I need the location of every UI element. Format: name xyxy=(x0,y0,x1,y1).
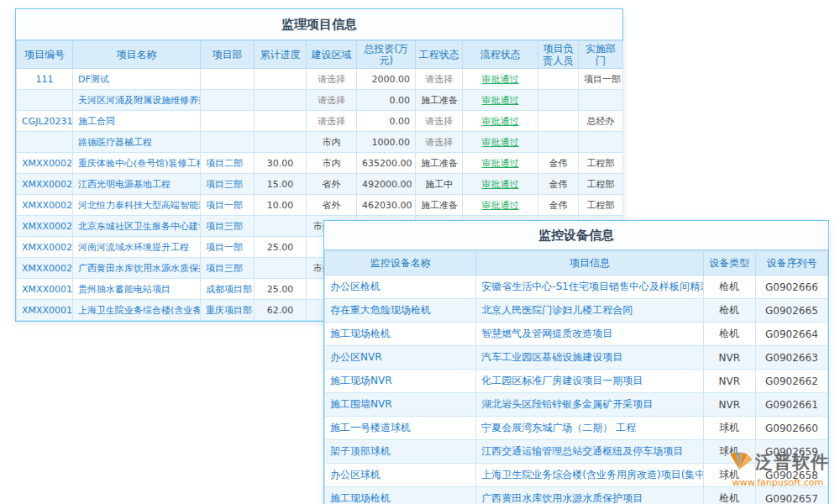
header-row: 监控设备名称项目信息设备类型设备序列号 xyxy=(325,251,828,276)
cell-link[interactable]: 路德医疗器械工程 xyxy=(73,132,201,153)
table-cell: G0902663 xyxy=(755,346,827,370)
cell-link[interactable]: 河北恒力泰科技大型高端智能装备... xyxy=(73,195,201,216)
table-cell: 施工准备 xyxy=(416,153,463,174)
table-cell: G0902657 xyxy=(755,487,827,504)
cell-link[interactable]: 项目三部 xyxy=(201,258,255,279)
table-row: 施工现场枪机广西黄田水库饮用水源水质保护项目枪机G0902657 xyxy=(325,487,828,504)
cell-link[interactable]: CGJL202311... xyxy=(17,111,73,132)
cell-link[interactable]: 审批通过 xyxy=(463,174,538,195)
cell-link[interactable]: 存在重大危险现场枪机 xyxy=(325,299,476,323)
cell-link[interactable]: 办公区NVR xyxy=(325,346,476,370)
table-cell xyxy=(255,258,307,279)
cell-link[interactable]: 北京东城社区卫生服务中心建设项... xyxy=(73,216,201,237)
table-cell: 金伟 xyxy=(538,195,579,216)
cell-link[interactable]: XMXX00025 xyxy=(17,153,73,174)
cell-link[interactable]: 重庆项目部 xyxy=(201,300,255,321)
cell-link[interactable]: 施工一号楼道球机 xyxy=(325,417,476,440)
table-cell: 总经办 xyxy=(579,111,623,132)
cell-link[interactable]: 施工合同 xyxy=(73,111,201,132)
column-header: 项目负责人员 xyxy=(538,41,579,69)
table-cell xyxy=(538,69,579,90)
cell-link[interactable]: 智慧燃气及管网提质改造项目 xyxy=(476,323,703,346)
table-cell: 金伟 xyxy=(538,153,579,174)
cell-link[interactable]: 安徽省生活中心-S1住宅项目销售中心及样板间精装修... xyxy=(476,276,703,299)
cell-link[interactable]: 宁夏会展湾东城广场（二期） 工程 xyxy=(476,417,703,440)
cell-link[interactable]: 审批通过 xyxy=(463,132,538,153)
table-row: XMXX00023河北恒力泰科技大型高端智能装备...项目一部10.00省外46… xyxy=(17,195,623,216)
cell-link[interactable]: DF测试 xyxy=(73,69,201,90)
cell-link[interactable]: XMXX00023 xyxy=(17,195,73,216)
table-cell: 金伟 xyxy=(538,174,579,195)
table-row: 施工一号楼道球机宁夏会展湾东城广场（二期） 工程球机G0902660 xyxy=(325,417,828,440)
cell-link[interactable]: 贵州抽水蓄能电站项目 xyxy=(73,279,201,300)
cell-link[interactable]: 重庆体验中心(叁号馆)装修工程 xyxy=(73,153,201,174)
table-row: XMXX00024江西光明电源基地工程项目三部15.00省外492000.00施… xyxy=(17,174,623,195)
cell-link[interactable]: XMXX00020 xyxy=(17,258,73,279)
cell-link[interactable]: 项目二部 xyxy=(201,153,255,174)
column-header: 建设区域 xyxy=(307,41,357,69)
cell-link[interactable]: 项目一部 xyxy=(201,237,255,258)
cell-link[interactable]: XMXX00024 xyxy=(17,174,73,195)
cell-link[interactable]: 办公区球机 xyxy=(325,464,476,487)
cell-link[interactable]: 施工现场枪机 xyxy=(325,487,476,504)
cell-link[interactable]: 化工园区标准厂房建设项目一期项目 xyxy=(476,370,703,393)
cell-link[interactable]: 江西光明电源基地工程 xyxy=(73,174,201,195)
table-cell xyxy=(255,111,307,132)
table-cell: 635200.00 xyxy=(357,153,416,174)
cell-link[interactable]: 审批通过 xyxy=(463,195,538,216)
cell-link[interactable]: 上海卫生院业务综合楼(含业务用... xyxy=(73,300,201,321)
cell-link[interactable]: 湖北岩头区段铅锌银多金属矿开采项目 xyxy=(476,393,703,417)
table-cell: G0902660 xyxy=(755,417,827,440)
cell-link[interactable]: 汽车工业园区基础设施建设项目 xyxy=(476,346,703,370)
cell-link[interactable]: XMXX00022 xyxy=(17,216,73,237)
cell-link[interactable]: XMXX00019 xyxy=(17,279,73,300)
cell-link[interactable]: 办公区枪机 xyxy=(325,276,476,299)
table-cell: 请选择 xyxy=(416,132,463,153)
table-cell: 30.00 xyxy=(255,153,307,174)
table-row: 存在重大危险现场枪机北京人民医院门诊妇儿楼工程合同枪机G0902665 xyxy=(325,299,828,323)
cell-link[interactable]: 审批通过 xyxy=(463,69,538,90)
cell-link[interactable]: XMXX00021 xyxy=(17,237,73,258)
cell-link[interactable]: 成都项目部 xyxy=(201,279,255,300)
table-cell: 62.00 xyxy=(255,300,307,321)
fan-logo-icon xyxy=(727,449,752,475)
cell-link[interactable]: 架子顶部球机 xyxy=(325,440,476,464)
cell-link[interactable]: 天河区河涌及附属设施维修养护和... xyxy=(73,90,201,111)
cell-link[interactable]: 111 xyxy=(17,69,73,90)
table-cell xyxy=(255,216,307,237)
column-header: 总投资(万元) xyxy=(357,41,416,69)
table-cell: 请选择 xyxy=(307,90,357,111)
cell-link[interactable]: 施工围墙NVR xyxy=(325,393,476,417)
cell-link[interactable]: XMXX00018 xyxy=(17,300,73,321)
table-cell: 25.00 xyxy=(255,279,307,300)
cell-link[interactable]: 审批通过 xyxy=(463,90,538,111)
table-cell: NVR xyxy=(703,370,755,393)
cell-link[interactable]: 审批通过 xyxy=(463,111,538,132)
table-cell: 工程部 xyxy=(579,153,623,174)
table-cell xyxy=(201,69,255,90)
cell-link[interactable]: 项目三部 xyxy=(201,174,255,195)
cell-link[interactable]: 项目一部 xyxy=(201,195,255,216)
cell-link[interactable]: 施工现场枪机 xyxy=(325,323,476,346)
cell-link[interactable]: 广西黄田水库饮用水源水质保护项目 xyxy=(73,258,201,279)
cell-link[interactable]: 上海卫生院业务综合楼(含业务用房改造)项目(集中隔离... xyxy=(476,464,703,487)
cell-link[interactable]: 北京人民医院门诊妇儿楼工程合同 xyxy=(476,299,703,323)
table-row: 天河区河涌及附属设施维修养护和...请选择0.00施工准备审批通过 xyxy=(17,90,623,111)
table-cell: 15.00 xyxy=(255,174,307,195)
table-cell: 施工中 xyxy=(416,174,463,195)
cell-link[interactable]: 河南河流域水环境提升工程 xyxy=(73,237,201,258)
table-cell: G0902666 xyxy=(755,276,827,299)
watermark-brand: 泛普软件 xyxy=(755,450,829,474)
cell-link[interactable]: 施工现场NVR xyxy=(325,370,476,393)
cell-link[interactable]: 江西交通运输管理总站交通枢纽及停车场项目 xyxy=(476,440,703,464)
table-row: 路德医疗器械工程市内1000.00请选择审批通过 xyxy=(17,132,623,153)
table-cell: 省外 xyxy=(307,174,357,195)
header-row: 项目编号项目名称项目部累计进度建设区域总投资(万元)工程状态流程状态项目负责人员… xyxy=(17,41,623,69)
table-cell xyxy=(255,90,307,111)
table-cell xyxy=(201,90,255,111)
cell-link[interactable]: 审批通过 xyxy=(463,153,538,174)
cell-link[interactable]: 项目三部 xyxy=(201,216,255,237)
cell-link[interactable]: 广西黄田水库饮用水源水质保护项目 xyxy=(476,487,703,504)
column-header: 累计进度 xyxy=(255,41,307,69)
table-row: XMXX00025重庆体验中心(叁号馆)装修工程项目二部30.00市内63520… xyxy=(17,153,623,174)
